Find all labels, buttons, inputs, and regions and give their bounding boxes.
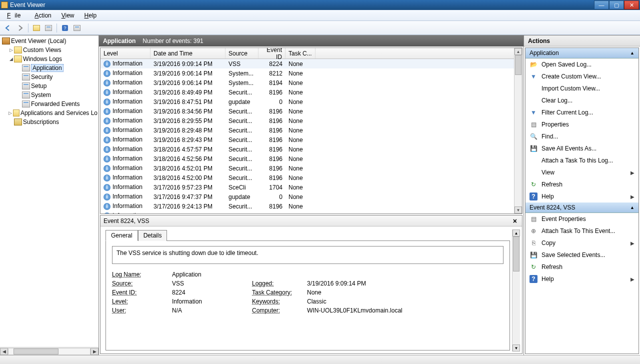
scroll-left-button[interactable]: ◀ <box>0 348 8 355</box>
action-clear-log[interactable]: Clear Log... <box>526 94 638 106</box>
center-pane: Application Number of events: 391 Level … <box>99 36 524 355</box>
scroll-track[interactable] <box>8 348 90 355</box>
event-row[interactable]: iInformation3/18/2016 4:52:56 PMSecurit.… <box>100 154 514 164</box>
event-row[interactable]: iInformation3/18/2016 4:57:57 PMSecurit.… <box>100 144 514 154</box>
tab-general[interactable]: General <box>106 230 138 241</box>
collapse-icon[interactable]: ▲ <box>630 50 634 56</box>
tree-hscrollbar[interactable]: ◀ ▶ <box>0 347 98 355</box>
action-label: Attach Task To This Event... <box>542 228 615 234</box>
collapse-icon[interactable]: ◢ <box>8 56 14 62</box>
event-row[interactable]: iInformation3/17/2016 9:24:13 PMSecurit.… <box>100 202 514 211</box>
menu-action[interactable]: Action <box>30 11 55 20</box>
action-label: Attach a Task To this Log... <box>542 157 613 164</box>
tab-details[interactable]: Details <box>138 230 168 241</box>
event-row[interactable]: iInformation3/19/2016 8:49:49 PMSecurit.… <box>100 88 514 97</box>
properties-icon: ▤ <box>530 120 538 128</box>
action-create-custom-view[interactable]: ▼Create Custom View... <box>526 70 638 82</box>
tree-log-security[interactable]: Security <box>1 72 98 82</box>
event-metadata: Log Name: Application Source: VSS Logged… <box>112 271 504 314</box>
toolbar-btn-4[interactable] <box>72 23 82 33</box>
action-label: Create Custom View... <box>542 73 601 80</box>
action-refresh2[interactable]: ↻Refresh <box>526 261 638 273</box>
scroll-thumb[interactable] <box>513 236 520 272</box>
submenu-chevron-icon: ▶ <box>630 194 634 200</box>
action-event-properties[interactable]: ▤Event Properties <box>526 213 638 225</box>
collapse-icon[interactable]: ▲ <box>630 205 634 210</box>
info-icon: i <box>104 108 110 115</box>
list-vscrollbar[interactable]: ▲ ▼ <box>514 48 522 214</box>
menu-view[interactable]: View <box>58 11 78 20</box>
event-row[interactable]: iInformation3/19/2016 8:47:51 PMgupdate0… <box>100 97 514 106</box>
menu-file[interactable]: File <box>3 11 28 20</box>
event-row[interactable]: iInformation3/19/2016 8:29:55 PMSecurit.… <box>100 116 514 126</box>
action-save-selected[interactable]: 💾Save Selected Events... <box>526 249 638 261</box>
scroll-thumb[interactable] <box>515 55 522 75</box>
toolbar-help-button[interactable]: ? <box>60 23 70 33</box>
tree-log-setup[interactable]: Setup <box>1 82 98 90</box>
scroll-down-button[interactable]: ▼ <box>512 344 520 352</box>
scroll-right-button[interactable]: ▶ <box>90 348 98 355</box>
detail-close-button[interactable]: × <box>511 217 519 225</box>
expand-icon[interactable]: ▷ <box>8 110 13 116</box>
event-row[interactable]: iInformation3/18/2016 4:52:00 PMSecurit.… <box>100 173 514 182</box>
action-import-custom-view[interactable]: Import Custom View... <box>526 82 638 94</box>
tree-root[interactable]: Event Viewer (Local) <box>1 36 98 46</box>
menu-help[interactable]: Help <box>80 11 101 20</box>
action-label: Filter Current Log... <box>542 109 593 116</box>
scroll-up-button[interactable]: ▲ <box>512 230 520 236</box>
copy-icon: ⎘ <box>530 239 538 247</box>
event-row[interactable]: iInformation3/17/2016 9:16:30 PMSecurit.… <box>100 211 514 214</box>
action-view-submenu[interactable]: View▶ <box>526 166 638 178</box>
event-row[interactable]: iInformation3/19/2016 9:06:14 PMSystem..… <box>100 68 514 78</box>
actions-section-event[interactable]: Event 8224, VSS ▲ <box>526 202 638 213</box>
col-eventid[interactable]: Event ID <box>258 48 286 58</box>
event-row[interactable]: iInformation3/19/2016 9:09:14 PMVSS8224N… <box>100 59 514 68</box>
event-row[interactable]: iInformation3/18/2016 4:52:01 PMSecurit.… <box>100 164 514 173</box>
tree-log-application[interactable]: Application <box>1 64 98 72</box>
action-filter-current-log[interactable]: ▼Filter Current Log... <box>526 106 638 118</box>
scroll-up-button[interactable]: ▲ <box>514 48 522 55</box>
tree-log-forwarded[interactable]: Forwarded Events <box>1 100 98 108</box>
col-task[interactable]: Task C... <box>286 48 316 58</box>
tree-subscriptions[interactable]: Subscriptions <box>1 118 98 126</box>
toolbar-btn-1[interactable] <box>32 23 42 33</box>
col-source[interactable]: Source <box>226 48 258 58</box>
close-button[interactable]: ✕ <box>624 0 639 10</box>
scroll-down-button[interactable]: ▼ <box>514 206 522 214</box>
event-row[interactable]: iInformation3/17/2016 9:47:37 PMgupdate0… <box>100 192 514 202</box>
event-row[interactable]: iInformation3/17/2016 9:57:23 PMSceCli17… <box>100 182 514 192</box>
col-date[interactable]: Date and Time <box>150 48 226 58</box>
action-save-all-events[interactable]: 💾Save All Events As... <box>526 142 638 154</box>
action-properties[interactable]: ▤Properties <box>526 118 638 130</box>
detail-vscrollbar[interactable]: ▲ ▼ <box>512 230 520 352</box>
action-help[interactable]: ?Help▶ <box>526 190 638 202</box>
minimize-button[interactable]: — <box>594 0 609 10</box>
tree-log-system[interactable]: System <box>1 90 98 100</box>
action-copy[interactable]: ⎘Copy▶ <box>526 237 638 249</box>
maximize-button[interactable]: ▢ <box>609 0 624 10</box>
action-open-saved-log[interactable]: 📂Open Saved Log... <box>526 58 638 70</box>
action-attach-task-log[interactable]: Attach a Task To this Log... <box>526 154 638 166</box>
tree-windows-logs[interactable]: ◢ Windows Logs <box>1 54 98 64</box>
lbl-eventid: Event ID: <box>112 289 167 296</box>
event-row[interactable]: iInformation3/19/2016 8:34:56 PMSecurit.… <box>100 106 514 116</box>
expand-icon[interactable]: ▷ <box>8 48 14 52</box>
scroll-thumb[interactable] <box>14 348 58 354</box>
nav-forward-button[interactable] <box>15 23 25 33</box>
action-find[interactable]: 🔍Find... <box>526 130 638 142</box>
event-row[interactable]: iInformation3/19/2016 8:29:48 PMSecurit.… <box>100 126 514 135</box>
action-label: Refresh <box>542 264 562 270</box>
action-help2[interactable]: ?Help▶ <box>526 273 638 285</box>
action-refresh[interactable]: ↻Refresh <box>526 178 638 190</box>
action-label: Import Custom View... <box>542 85 600 92</box>
toolbar-btn-2[interactable] <box>44 23 54 33</box>
event-row[interactable]: iInformation3/19/2016 9:06:14 PMSystem..… <box>100 78 514 88</box>
action-attach-task-event[interactable]: ⊕Attach Task To This Event... <box>526 225 638 237</box>
col-level[interactable]: Level <box>100 48 150 58</box>
event-row[interactable]: iInformation3/19/2016 8:29:43 PMSecurit.… <box>100 135 514 144</box>
info-icon: i <box>104 194 110 200</box>
tree-custom-views[interactable]: ▷ Custom Views <box>1 46 98 54</box>
tree-apps-services[interactable]: ▷ Applications and Services Lo <box>1 108 98 118</box>
nav-back-button[interactable] <box>3 23 13 33</box>
actions-section-application[interactable]: Application ▲ <box>526 48 638 58</box>
